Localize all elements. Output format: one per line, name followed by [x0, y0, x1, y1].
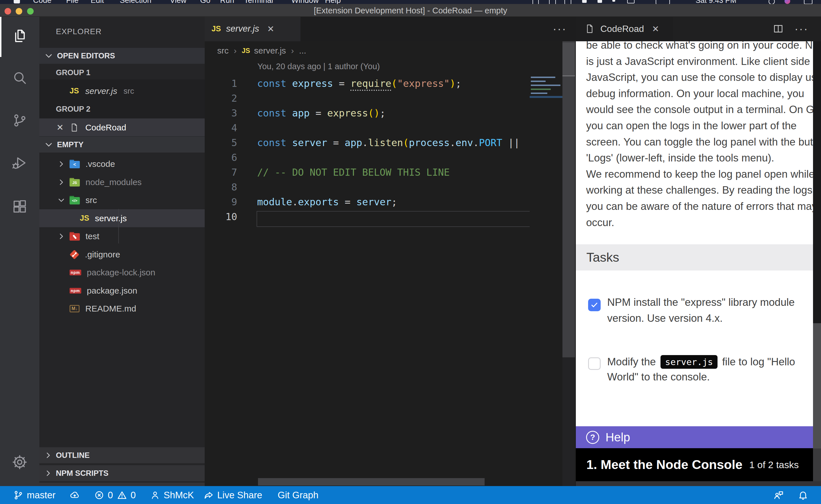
menu-help[interactable]: Help [325, 0, 341, 4]
tree-item--vscode[interactable]: <.vscode [39, 155, 205, 173]
statusbar-item-errors[interactable]: 0 [94, 486, 113, 504]
line-number: 6 [205, 152, 237, 163]
activitybar-item-settings[interactable] [0, 445, 39, 479]
menubar-status-icon[interactable] [564, 0, 571, 4]
menu-terminal[interactable]: Terminal [244, 0, 273, 4]
menu-run[interactable]: Run [220, 0, 234, 4]
tree-item-server-js[interactable]: JSserver.js [39, 209, 205, 227]
explorer-sidebar: EXPLORER OPEN EDITORS GROUP 1 JSserver.j… [39, 16, 205, 486]
task-checkbox-unchecked[interactable] [588, 357, 600, 370]
statusbar-item-feedback[interactable] [773, 486, 784, 504]
activitybar-item-extensions[interactable] [0, 190, 39, 224]
activitybar-item-source-control[interactable] [0, 103, 39, 138]
statusbar-item-warnings[interactable]: 0 [117, 486, 136, 504]
section-npm-scripts[interactable]: NPM SCRIPTS [39, 465, 205, 481]
tutorial-paragraph-line: you can be aware of the nature of errors… [586, 200, 813, 212]
breadcrumb[interactable]: src›JSserver.js›... [217, 41, 306, 60]
minimap[interactable] [530, 41, 562, 486]
menubar-status-icon[interactable] [532, 0, 539, 4]
test-folder-icon [70, 232, 80, 241]
editor-horizontal-scrollbar-thumb[interactable] [258, 478, 485, 485]
editor-scrollbar-thumb[interactable] [562, 43, 575, 76]
editor-more-actions-button[interactable]: ··· [553, 16, 567, 41]
bell-icon [798, 490, 808, 501]
activitybar-item-run-debug[interactable] [0, 146, 39, 180]
statusbar-item-git-branch[interactable]: master [13, 486, 56, 504]
menubar-clock[interactable]: Sat 9:43 PM [696, 0, 736, 4]
menu-selection[interactable]: Selection [120, 0, 151, 4]
extensions-icon [12, 199, 28, 215]
gear-icon [11, 454, 28, 470]
statusbar-item-live-share[interactable]: Live Share [203, 486, 262, 504]
coderoad-more-actions-button[interactable]: ··· [795, 16, 808, 41]
menu-edit[interactable]: Edit [91, 0, 104, 4]
menu-code[interactable]: Code [33, 0, 52, 4]
node-modules-folder-icon: JS [70, 178, 80, 187]
minimap-code-mark [531, 85, 560, 86]
siri-icon[interactable] [785, 0, 790, 4]
task-checkbox-checked[interactable] [588, 299, 600, 311]
section-outline[interactable]: OUTLINE [39, 447, 205, 463]
check-icon [590, 301, 598, 309]
open-editor-server.js[interactable]: JSserver.jssrc [39, 82, 205, 100]
minimap-code-mark [531, 81, 546, 82]
tree-item-node-modules[interactable]: JSnode_modules [39, 173, 205, 191]
activitybar-item-explorer[interactable] [0, 19, 39, 53]
help-bar[interactable]: ? Help [576, 426, 813, 448]
breadcrumb-symbol[interactable]: ... [299, 46, 306, 56]
menubar-status-icon[interactable] [597, 0, 602, 3]
chevron-down-icon [57, 196, 66, 204]
webview-scrollbar-thumb[interactable] [813, 41, 821, 323]
activitybar-item-search[interactable] [0, 61, 39, 95]
breadcrumb-file[interactable]: server.js [254, 46, 286, 56]
control-center-icon[interactable] [804, 0, 812, 4]
battery-icon [656, 0, 670, 4]
tree-item--gitignore[interactable]: .gitignore [39, 245, 205, 263]
menubar-status-icon[interactable] [627, 0, 635, 3]
lesson-header-bar[interactable]: 1. Meet the Node Console 1 of 2 tasks [576, 448, 813, 481]
webview-scrollbar[interactable] [813, 41, 821, 481]
code-line-9[interactable]: module.exports = server; [257, 196, 397, 208]
js-file-icon: JS [212, 24, 221, 33]
statusbar-item-sync[interactable] [70, 486, 80, 504]
tree-item-package-lock-json[interactable]: npmpackage-lock.json [39, 263, 205, 281]
chevron-down-icon [44, 140, 54, 149]
breadcrumb-src[interactable]: src [217, 46, 229, 56]
tasks-title: Tasks [586, 250, 619, 265]
src-folder-icon: </> [70, 196, 80, 204]
tab-coderoad[interactable]: CodeRoad ✕ [576, 16, 673, 41]
section-empty-folder[interactable]: EMPTY [39, 137, 205, 153]
code-line-3[interactable]: const app = express(); [257, 107, 385, 119]
statusbar-item-notifications[interactable] [798, 486, 808, 504]
close-tab-icon[interactable]: ✕ [652, 24, 659, 34]
close-editor-icon[interactable]: ✕ [56, 122, 64, 132]
window-titlebar[interactable]: [Extension Development Host] - CodeRoad … [0, 4, 821, 17]
codelens-authors[interactable]: You, 20 days ago | 1 author (You) [258, 62, 380, 71]
code-line-1[interactable]: const express = require("express"); [257, 78, 461, 89]
tree-item-readme-md[interactable]: M↓README.md [39, 300, 205, 317]
code-line-7[interactable]: // -- DO NOT EDIT BELOW THIS LINE [257, 167, 450, 178]
open-editor-coderoad[interactable]: ✕CodeRoad [39, 118, 205, 136]
tree-item-test[interactable]: test [39, 227, 205, 245]
menu-window[interactable]: Window [291, 0, 319, 4]
statusbar-item-liveshare-account[interactable]: ShMcK [150, 486, 194, 504]
spotlight-icon[interactable] [769, 0, 775, 4]
menu-view[interactable]: View [170, 0, 186, 4]
chevron-right-icon [44, 469, 52, 478]
close-tab-icon[interactable]: ✕ [267, 24, 274, 34]
tutorial-paragraph-line: We recommend to keep the log panel open … [586, 168, 813, 180]
menu-go[interactable]: Go [200, 0, 211, 4]
split-editor-icon[interactable] [773, 16, 784, 41]
menubar-status-icon[interactable] [582, 0, 587, 3]
menubar-status-icon[interactable] [549, 0, 556, 4]
tab-server-js[interactable]: JS server.js ✕ [205, 16, 301, 41]
code-line-5[interactable]: const server = app.listen(process.env.PO… [257, 137, 520, 148]
tree-item-src[interactable]: </>src [39, 191, 205, 209]
menubar-status-icon[interactable] [612, 0, 615, 2]
statusbar-item-git-graph[interactable]: Git Graph [274, 486, 318, 504]
apple-icon[interactable] [14, 0, 20, 3]
tree-item-package-json[interactable]: npmpackage.json [39, 282, 205, 300]
editor-scrollbar[interactable] [562, 41, 575, 486]
section-open-editors[interactable]: OPEN EDITORS [39, 48, 205, 64]
menu-file[interactable]: File [66, 0, 79, 4]
